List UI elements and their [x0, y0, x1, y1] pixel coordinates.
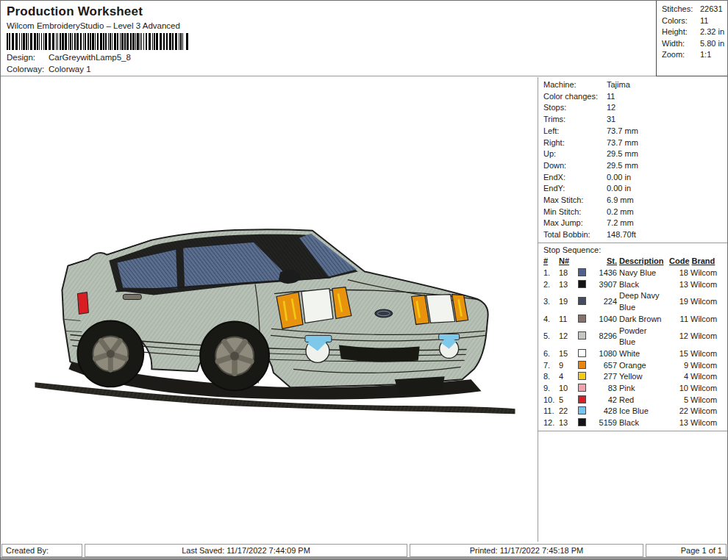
worksheet-header: Production Worksheet Wilcom EmbroiderySt…	[1, 1, 727, 76]
stitch-count: 3907	[592, 279, 617, 291]
thread-description: Black	[619, 279, 663, 291]
machine-info-label: Max Jump:	[543, 218, 607, 229]
thread-color-swatch	[578, 384, 586, 392]
needle-number: 4	[559, 371, 576, 383]
stop-sequence-row: 4. 11 1040 Dark Brown 11 Wilcom	[543, 314, 723, 326]
summary-value: 22631	[700, 4, 727, 15]
stop-sequence-row: 6. 15 1080 White 15 Wilcom	[543, 348, 723, 360]
needle-number: 12	[559, 331, 576, 342]
design-label: Design:	[7, 53, 49, 62]
summary-row: Height: 2.32 in	[662, 26, 727, 38]
thread-brand: Wilcom	[690, 279, 723, 291]
row-number: 9.	[543, 383, 557, 395]
summary-label: Colors:	[662, 15, 700, 27]
stitch-count: 428	[592, 406, 617, 417]
stop-sequence-row: 3. 19 224 Deep Navy Blue 19 Wilcom	[543, 290, 723, 313]
thread-color-swatch	[578, 349, 586, 357]
stitch-count: 657	[592, 360, 617, 372]
machine-info-label: Machine:	[543, 79, 607, 91]
thread-brand: Wilcom	[690, 360, 723, 372]
row-number: 11.	[543, 406, 557, 417]
stop-sequence-row: 2. 13 3907 Black 13 Wilcom	[543, 279, 723, 291]
machine-info-row: Max Jump: 7.2 mm	[543, 218, 723, 229]
thread-brand: Wilcom	[690, 383, 723, 395]
colorway-value: Colorway 1	[49, 65, 91, 73]
machine-info-value: 11	[607, 91, 723, 103]
machine-info-value: 7.2 mm	[607, 218, 723, 229]
row-number: 10.	[543, 395, 557, 406]
summary-label: Height:	[662, 26, 700, 38]
thread-description: Black	[619, 417, 663, 429]
row-number: 8.	[543, 371, 557, 383]
thread-description: Red	[619, 395, 663, 406]
summary-row: Zoom: 1:1	[662, 49, 727, 61]
worksheet-body: Machine: Tajima Color changes: 11 Stops:…	[1, 77, 727, 542]
machine-info-label: EndY:	[543, 183, 607, 195]
machine-info-row: Max Stitch: 6.9 mm	[543, 195, 723, 207]
machine-info-row: EndY: 0.00 in	[543, 183, 723, 195]
stop-sequence-row: 8. 4 277 Yellow 4 Wilcom	[543, 371, 723, 383]
machine-info-label: Up:	[543, 148, 607, 160]
thread-brand: Wilcom	[690, 314, 723, 326]
summary-value: 11	[700, 15, 727, 27]
needle-number: 22	[559, 406, 576, 417]
thread-code: 5	[665, 395, 688, 406]
machine-info-label: Stops:	[543, 102, 607, 114]
last-saved: Last Saved: 11/17/2022 7:44:09 PM	[85, 544, 407, 557]
worksheet-footer: Created By: Last Saved: 11/17/2022 7:44:…	[1, 542, 727, 559]
row-number: 4.	[543, 314, 557, 326]
thread-code: 15	[665, 348, 688, 360]
machine-info-label: Color changes:	[543, 91, 607, 103]
needle-number: 13	[559, 417, 576, 429]
thread-code: 19	[665, 296, 688, 308]
machine-info-row: Color changes: 11	[543, 91, 723, 103]
col-header-description: Description	[619, 256, 664, 268]
stitch-count: 1080	[592, 348, 617, 360]
machine-info-row: EndX: 0.00 in	[543, 172, 723, 184]
thread-description: Deep Navy Blue	[619, 290, 663, 313]
stop-sequence-row: 1. 18 1436 Navy Blue 18 Wilcom	[543, 268, 723, 279]
summary-row: Colors: 11	[662, 15, 727, 27]
machine-info-value: 0.00 in	[607, 172, 723, 184]
col-header-needle: N#	[559, 256, 576, 268]
rear-wheel	[77, 320, 143, 387]
thread-color-swatch	[578, 361, 586, 369]
machine-info-value: Tajima	[607, 79, 723, 91]
thread-brand: Wilcom	[690, 296, 723, 308]
stitch-count: 8296	[592, 331, 617, 342]
summary-row: Stitches: 22631	[662, 4, 727, 15]
machine-info-label: Trims:	[543, 114, 607, 126]
summary-value: 5.80 in	[700, 38, 727, 50]
needle-number: 13	[559, 279, 576, 291]
summary-row: Width: 5.80 in	[662, 38, 727, 50]
machine-info-label: Left:	[543, 126, 607, 137]
front-wheel	[200, 321, 269, 390]
stop-sequence-row: 7. 9 657 Orange 9 Wilcom	[543, 360, 723, 372]
machine-info-value: 0.00 in	[607, 183, 723, 195]
stitch-count: 83	[592, 383, 617, 395]
col-header-stitches: St.	[592, 256, 617, 268]
thread-brand: Wilcom	[690, 371, 723, 383]
stitch-count: 5159	[592, 417, 617, 429]
machine-info-row: Up: 29.5 mm	[543, 148, 723, 160]
thread-color-swatch	[578, 297, 586, 305]
thread-description: Powder Blue	[619, 326, 663, 348]
thread-code: 22	[665, 406, 688, 417]
machine-info-label: EndX:	[543, 172, 607, 184]
machine-info-value: 73.7 mm	[607, 126, 723, 137]
needle-number: 15	[559, 348, 576, 360]
machine-info-panel: Machine: Tajima Color changes: 11 Stops:…	[538, 77, 727, 542]
summary-label: Zoom:	[662, 49, 700, 61]
thread-brand: Wilcom	[690, 395, 723, 406]
thread-code: 13	[665, 417, 688, 429]
thread-color-swatch	[578, 372, 586, 380]
machine-info-list: Machine: Tajima Color changes: 11 Stops:…	[538, 77, 727, 243]
machine-info-value: 73.7 mm	[607, 137, 723, 149]
machine-info-value: 31	[607, 114, 723, 126]
thread-brand: Wilcom	[690, 348, 723, 360]
colorway-label: Colorway:	[7, 65, 49, 73]
row-number: 2.	[543, 279, 557, 291]
thread-description: Orange	[619, 360, 663, 372]
summary-label: Stitches:	[662, 4, 700, 15]
headlight-right	[427, 295, 455, 323]
